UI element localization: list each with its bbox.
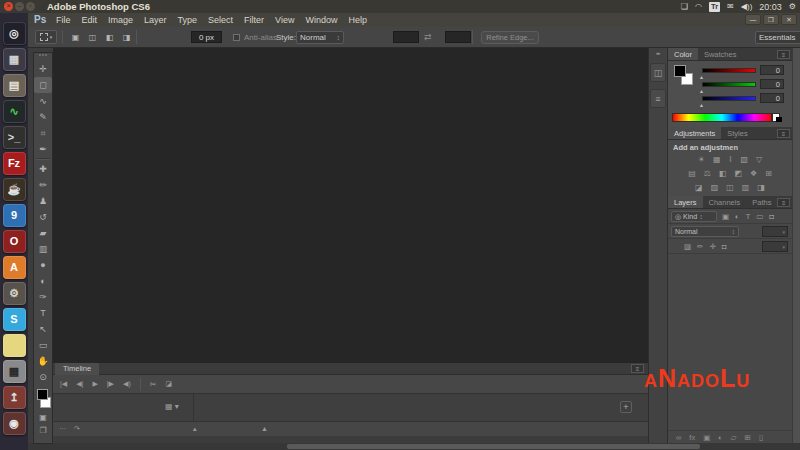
launcher-item[interactable]: ◎ [3, 22, 26, 45]
add-media-button[interactable]: + [620, 401, 632, 413]
timeline-track-area[interactable]: ▦ ▾ + [53, 394, 648, 421]
launcher-item[interactable]: S [3, 308, 26, 331]
foreground-color-swatch[interactable] [674, 65, 686, 77]
tool-button[interactable]: ∿ [34, 93, 52, 109]
launcher-item[interactable]: 9 [3, 204, 26, 227]
keyboard-layout-indicator[interactable]: Tr [709, 2, 720, 12]
tool-button[interactable]: ▰ [34, 225, 52, 241]
expand-panels-icon[interactable]: ▸▸ [649, 48, 667, 56]
launcher-item[interactable]: ∿ [3, 100, 26, 123]
mail-icon[interactable]: ✉ [727, 0, 734, 13]
tool-button[interactable]: ↺ [34, 209, 52, 225]
split-clip-icon[interactable]: ✂ [150, 380, 157, 389]
app-restore-button[interactable]: ❐ [763, 14, 779, 25]
layer-action-icon[interactable]: ▱ [731, 433, 737, 442]
frame-options-dropdown[interactable]: ▦ ▾ [165, 402, 179, 411]
transport-button[interactable]: ◀) [123, 380, 131, 388]
feather-input[interactable]: 0 px [191, 31, 222, 43]
tool-button[interactable]: ♟ [34, 193, 52, 209]
layer-filter-dropdown[interactable]: ◎ Kind ↕ [671, 211, 717, 222]
slider-handle-icon[interactable]: ▲ [699, 74, 704, 80]
menu-item[interactable]: Edit [82, 15, 98, 25]
transition-icon[interactable]: ◪ [165, 380, 172, 388]
tab-swatches[interactable]: Swatches [698, 48, 743, 60]
tool-button[interactable]: ✛ [34, 61, 52, 77]
transport-button[interactable]: |▶ [107, 380, 114, 388]
launcher-item[interactable]: ☕ [3, 178, 26, 201]
transport-button[interactable]: ◀| [76, 380, 83, 388]
adjustment-icon[interactable]: ☀ [698, 155, 705, 164]
tool-button[interactable]: ⌗ [34, 125, 52, 141]
tool-button[interactable]: ✑ [34, 289, 52, 305]
color-spectrum-ramp[interactable] [672, 113, 772, 122]
zoom-out-icon[interactable]: ▴ [193, 425, 197, 433]
tab-channels[interactable]: Channels [703, 196, 747, 208]
swap-dimensions-icon[interactable]: ⇄ [424, 32, 432, 42]
menu-item[interactable]: Window [305, 15, 337, 25]
wifi-icon[interactable]: ◠ [695, 0, 702, 13]
adjustment-icon[interactable]: ▨ [711, 183, 719, 192]
window-close-button[interactable]: × [4, 2, 13, 11]
launcher-item[interactable]: Fz [3, 152, 26, 175]
blue-slider[interactable] [702, 96, 756, 101]
quick-mask-button[interactable]: ▣ [34, 411, 52, 424]
fill-field[interactable]: ▾ [762, 241, 788, 252]
selection-mode-button[interactable]: ◨ [119, 30, 134, 44]
tool-preset-picker[interactable]: ▾ [35, 30, 57, 44]
layer-action-icon[interactable]: ⊞ [745, 433, 751, 442]
tool-button[interactable]: T [34, 305, 52, 321]
adjustment-icon[interactable]: ◪ [695, 183, 703, 192]
menu-item[interactable]: Select [208, 15, 233, 25]
lock-option-icon[interactable]: ▨ [684, 242, 691, 251]
adjustment-icon[interactable]: ◨ [757, 183, 765, 192]
spectrum-black-swatch[interactable] [776, 117, 782, 122]
document-canvas-area[interactable] [53, 48, 648, 363]
menu-item[interactable]: Layer [144, 15, 167, 25]
launcher-item[interactable]: ▦ [3, 48, 26, 71]
adjustment-icon[interactable]: ◫ [726, 183, 734, 192]
adjustment-icon[interactable]: ▤ [688, 169, 696, 178]
tool-button[interactable]: ◻ [34, 77, 52, 93]
lock-option-icon[interactable]: ✛ [709, 242, 715, 251]
tool-button[interactable]: ✏ [34, 177, 52, 193]
refine-edge-button[interactable]: Refine Edge... [481, 31, 539, 44]
layer-action-icon[interactable]: ▣ [703, 433, 710, 442]
menu-item[interactable]: Image [108, 15, 133, 25]
adjustment-icon[interactable]: ◧ [719, 169, 727, 178]
blue-value-field[interactable]: 0 [760, 93, 784, 103]
adjustment-icon[interactable]: ◩ [734, 169, 742, 178]
window-maximize-button[interactable]: ▫ [26, 2, 35, 11]
tool-button[interactable]: ⊙ [34, 369, 52, 385]
volume-icon[interactable]: ◀)) [741, 0, 752, 13]
window-minimize-button[interactable]: – [15, 2, 24, 11]
tool-button[interactable]: ◐ [34, 273, 52, 289]
tab-color[interactable]: Color [668, 48, 698, 60]
foreground-color-swatch[interactable] [37, 389, 48, 400]
panel-menu-icon[interactable]: ≡ [777, 129, 790, 138]
workspace-dropdown[interactable]: Essentials ↕ [755, 31, 800, 44]
tab-adjustments[interactable]: Adjustments [668, 127, 721, 139]
launcher-item[interactable]: ◉ [3, 412, 26, 435]
vertical-scrollbar-track[interactable] [792, 48, 800, 443]
menu-item[interactable]: Filter [244, 15, 264, 25]
red-slider[interactable] [702, 68, 756, 73]
tool-button[interactable]: ✒ [34, 141, 52, 157]
launcher-item[interactable]: ↥ [3, 386, 26, 409]
launcher-item[interactable]: >_ [3, 126, 26, 149]
tab-layers[interactable]: Layers [668, 196, 703, 208]
collapsed-panel-button[interactable]: ≡ [650, 89, 666, 108]
blend-mode-dropdown[interactable]: Normal ↕ [671, 226, 739, 237]
launcher-item[interactable]: A [3, 256, 26, 279]
transport-button[interactable]: ▶ [92, 380, 97, 388]
network-icon[interactable]: ❏ [681, 0, 688, 13]
adjustment-icon[interactable]: ▧ [740, 155, 748, 164]
app-minimize-button[interactable]: — [745, 14, 761, 25]
adjustment-icon[interactable]: ⚖ [704, 169, 711, 178]
launcher-item[interactable]: ▦ [3, 360, 26, 383]
layer-action-icon[interactable]: fx [689, 433, 695, 442]
tool-button[interactable]: ▥ [34, 241, 52, 257]
launcher-item[interactable]: O [3, 230, 26, 253]
shortcut-arrow-icon[interactable]: ↷ [74, 425, 80, 433]
layer-action-icon[interactable]: ∞ [676, 433, 681, 442]
red-value-field[interactable]: 0 [760, 65, 784, 75]
